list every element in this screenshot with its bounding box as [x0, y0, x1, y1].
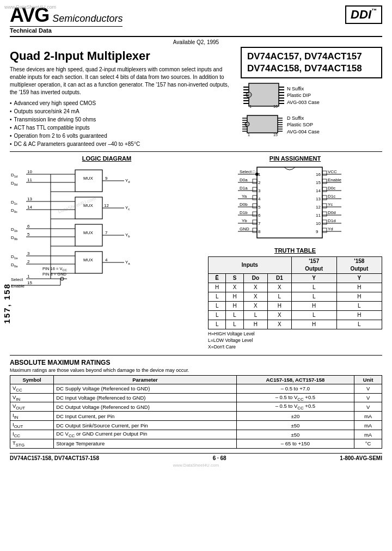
pin-assignment-title: PIN ASSIGNMENT	[208, 155, 382, 162]
col-s: S	[226, 274, 243, 283]
col-d1: D1	[268, 274, 291, 283]
svg-text:D0b: D0b	[11, 235, 18, 241]
svg-text:D1c: D1c	[11, 200, 17, 205]
svg-text:10: 10	[27, 169, 32, 174]
footer-right: 1-800-AVG-SEMI	[340, 455, 382, 461]
output-158-header: '158Output	[336, 257, 382, 274]
output-157-header: '157Output	[291, 257, 336, 274]
truth-row: LHXHHL	[209, 302, 382, 311]
svg-text:D1d: D1d	[11, 173, 17, 178]
title-column: Quad 2-Input Multiplexer These devices a…	[10, 47, 241, 148]
svg-text:4: 4	[105, 258, 108, 262]
logic-diagram-svg: MUX D1d 10 D0d 11 9 Yd MUX D1c 13	[10, 164, 184, 290]
abs-row: VIN DC Input Voltage (Referenced to GND)…	[10, 393, 382, 402]
abs-row: VCC DC Supply Voltage (Referenced to GND…	[10, 384, 382, 393]
abs-max-section: ABSOLUTE MAXIMUM RATINGS Maximum ratings…	[10, 355, 382, 449]
divider-2	[10, 355, 382, 356]
footer-center: 6 · 68	[213, 455, 226, 461]
svg-text:7: 7	[258, 221, 261, 226]
right-column: PIN ASSIGNMENT Select □ 1	[208, 155, 382, 351]
features-list: Advanced very high speed CMOS Outputs so…	[10, 99, 235, 148]
truth-table: TRUTH TABLE Inputs '157Output '158Output…	[208, 247, 382, 351]
cell: H	[209, 283, 226, 292]
svg-rect-157	[322, 220, 327, 224]
svg-text:Ya: Ya	[242, 194, 247, 199]
svg-rect-36	[75, 170, 102, 192]
svg-text:15: 15	[27, 280, 32, 285]
svg-text:D1b: D1b	[11, 227, 18, 232]
abs-max-title: ABSOLUTE MAXIMUM RATINGS	[10, 359, 382, 366]
svg-rect-153	[322, 212, 327, 216]
watermark-top: www.DataSheet4U.com	[4, 4, 56, 10]
svg-rect-69	[75, 252, 102, 273]
logic-diagram-col: LOGIC DIAGRAM MUX D1d 10 D0d 11 9 Yd	[10, 155, 204, 351]
svg-text:Ya: Ya	[125, 260, 130, 265]
svg-rect-58	[75, 224, 102, 246]
svg-text:1: 1	[27, 274, 30, 279]
logic-diagram-title: LOGIC DIAGRAM	[10, 155, 204, 162]
svg-text:D1b: D1b	[240, 210, 248, 215]
svg-text:Yb: Yb	[242, 218, 247, 223]
svg-text:5: 5	[258, 205, 261, 210]
svg-rect-129	[253, 228, 257, 232]
svg-text:PIN 16 = VCC: PIN 16 = VCC	[42, 266, 68, 272]
pin-assignment-svg: Select □ 1 D0a 2 D1a 3	[208, 164, 371, 241]
svg-text:Enable: Enable	[11, 284, 24, 289]
abs-row: IIN DC Input Current, per Pin ±20 mA	[10, 412, 382, 421]
svg-rect-97	[257, 167, 322, 238]
svg-text:□: □	[253, 170, 255, 174]
svg-text:Yb: Yb	[125, 232, 130, 238]
svg-text:Yd: Yd	[125, 178, 130, 183]
svg-text:1: 1	[248, 133, 250, 137]
svg-text:MUX: MUX	[83, 258, 93, 262]
abs-max-subtitle: Maximum ratings are those values beyond …	[10, 368, 382, 373]
svg-rect-109	[253, 187, 257, 192]
svg-text:2: 2	[258, 180, 261, 185]
svg-text:3: 3	[258, 188, 261, 193]
svg-text:Yc: Yc	[125, 205, 130, 211]
logo-semiconductors: Semiconductors	[52, 13, 122, 25]
svg-rect-18	[247, 115, 278, 133]
ic-sop-block: 1 15 D Suffix Plastic SOP AVG-004 Case	[241, 113, 320, 137]
page-title: Quad 2-Input Multiplexer	[10, 49, 235, 63]
pin-assignment: PIN ASSIGNMENT Select □ 1	[208, 155, 382, 242]
svg-text:Yd: Yd	[328, 226, 333, 231]
description-text: These devices are high speed, quad 2-inp…	[10, 66, 235, 96]
col-symbol: Symbol	[10, 375, 54, 384]
footer: DV74AC157-158, DV74ACT157-158 6 · 68 1-8…	[10, 453, 382, 461]
svg-text:D0b: D0b	[240, 202, 248, 207]
footer-left: DV74AC157-158, DV74ACT157-158	[10, 455, 99, 461]
ic-sop-label: D Suffix Plastic SOP AVG-004 Case	[287, 115, 320, 136]
header: AVG Semiconductors Technical Data DDI™	[10, 5, 382, 37]
svg-rect-161	[322, 228, 327, 232]
svg-text:5: 5	[27, 232, 30, 237]
svg-text:6: 6	[258, 213, 261, 218]
svg-text:9: 9	[316, 229, 318, 234]
svg-text:4: 4	[258, 197, 261, 201]
svg-text:11: 11	[27, 177, 32, 182]
svg-text:D0d: D0d	[11, 181, 17, 186]
svg-text:14: 14	[27, 205, 32, 210]
svg-text:GND: GND	[240, 226, 249, 231]
truth-legend: H=HIGH Voltage Level L=LOW Voltage Level…	[208, 331, 382, 351]
svg-text:Yc: Yc	[328, 202, 333, 207]
svg-text:7: 7	[105, 230, 108, 235]
svg-text:6: 6	[27, 224, 30, 229]
svg-text:D1a: D1a	[11, 254, 18, 260]
svg-text:D0a: D0a	[11, 262, 18, 268]
abs-row: IOUT DC Output Sink/Source Current, per …	[10, 421, 382, 430]
col-unit: Unit	[354, 375, 382, 384]
feature-item: Outputs source/sink 24 mA	[10, 107, 235, 115]
svg-rect-133	[322, 171, 327, 175]
svg-text:D1c: D1c	[328, 194, 335, 199]
feature-item: DC & AC Parameters guaranteed over –40 t…	[10, 140, 235, 148]
svg-text:Select: Select	[240, 169, 252, 174]
svg-rect-137	[322, 179, 327, 183]
truth-row: LLLXLH	[209, 311, 382, 320]
svg-rect-125	[253, 220, 257, 224]
truth-row: HXXXLH	[209, 283, 382, 292]
svg-text:16: 16	[273, 105, 278, 108]
ic-dip-image: 1 16	[241, 81, 284, 111]
svg-text:3: 3	[27, 251, 30, 256]
feature-item: Transmission line driving 50 ohms	[10, 115, 235, 124]
